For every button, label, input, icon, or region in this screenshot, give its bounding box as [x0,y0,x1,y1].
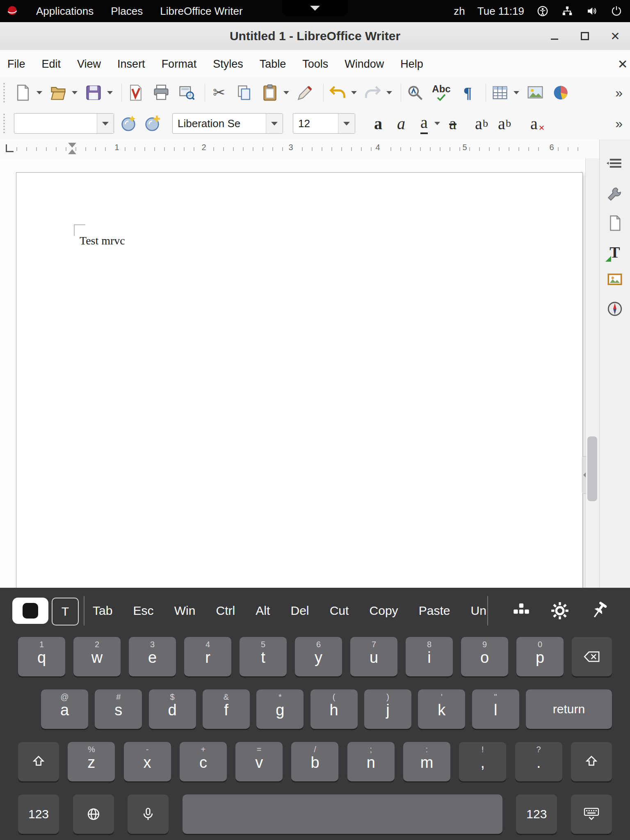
key-f[interactable]: &f [203,689,250,729]
new-document-button[interactable] [12,82,34,103]
toolbar-grip[interactable] [3,114,8,133]
clock[interactable]: Tue 11:19 [477,5,524,18]
top-center-drawer[interactable] [282,0,348,16]
menu-tools[interactable]: Tools [302,58,328,71]
font-name-value[interactable]: Liberation Se [173,114,266,133]
insert-image-button[interactable] [525,82,546,103]
document-page[interactable]: Test mrvc [16,172,583,588]
restore-button[interactable] [579,30,591,42]
italic-button[interactable]: a [390,112,413,135]
key-esc[interactable]: Esc [133,604,154,618]
volume-icon[interactable] [586,5,598,17]
menu-table[interactable]: Table [260,58,286,71]
key-x[interactable]: -x [124,742,171,781]
clone-formatting-button[interactable] [294,82,316,103]
key-k[interactable]: 'k [418,689,465,729]
space-key[interactable] [183,794,502,834]
key-l[interactable]: "l [472,689,519,729]
scrollbar-thumb[interactable] [587,436,597,501]
key-undo-truncated[interactable]: Un [471,604,486,618]
keyboard-pin-icon[interactable] [587,599,611,623]
open-dropdown[interactable] [71,82,79,103]
key-w[interactable]: 2w [73,637,121,676]
key-o[interactable]: 9o [461,637,508,676]
undo-dropdown[interactable] [350,82,358,103]
print-preview-button[interactable] [176,82,197,103]
export-pdf-button[interactable] [125,82,146,103]
document-close-button[interactable]: ✕ [614,50,630,78]
superscript-button[interactable]: ab [470,112,493,135]
toolbar-overflow-button[interactable]: » [612,78,626,107]
menu-help[interactable]: Help [400,58,423,71]
places-menu[interactable]: Places [111,5,143,18]
key-c[interactable]: +c [180,742,227,781]
menu-format[interactable]: Format [162,58,197,71]
left-shift-key[interactable] [18,742,59,781]
right-numbers-key[interactable]: 123 [516,794,557,834]
key-j[interactable]: )j [364,689,411,729]
navigator-deck-button[interactable] [605,299,625,319]
dismiss-keyboard-key[interactable] [571,794,612,834]
key-p[interactable]: 0p [516,637,564,676]
key-g[interactable]: *g [256,689,304,729]
key-a[interactable]: @a [41,689,88,729]
menu-window[interactable]: Window [345,58,384,71]
subscript-button[interactable]: ab [493,112,516,135]
right-shift-key[interactable] [571,742,612,781]
minimize-button[interactable] [549,30,560,42]
accessibility-icon[interactable] [536,5,549,17]
font-size-combobox[interactable]: 12 [293,113,355,134]
bold-button[interactable]: a [367,112,390,135]
redo-button[interactable] [362,82,383,103]
key-cut[interactable]: Cut [330,604,349,618]
font-name-combobox[interactable]: Liberation Se [172,113,283,134]
formatting-marks-button[interactable]: ¶ [457,82,478,103]
page-deck-button[interactable] [605,213,625,233]
key-paste[interactable]: Paste [419,604,450,618]
keyboard-toggle[interactable] [12,598,48,624]
key-m[interactable]: :m [403,742,450,781]
window-close-button[interactable]: ✕ [609,30,621,42]
key-alt[interactable]: Alt [256,604,270,618]
key-i[interactable]: 8i [406,637,453,676]
menu-insert[interactable]: Insert [117,58,145,71]
return-key[interactable]: return [526,689,612,729]
save-button[interactable] [83,82,104,103]
font-size-dropdown[interactable] [338,114,355,133]
redo-dropdown[interactable] [385,82,393,103]
cut-button[interactable]: ✂ [208,82,230,103]
input-method-indicator[interactable]: zh [454,5,465,18]
paragraph-style-combobox[interactable] [14,113,114,134]
document-text[interactable]: Test mrvc [80,234,125,247]
key-q[interactable]: 1q [18,637,65,676]
power-icon[interactable] [610,5,623,17]
save-dropdown[interactable] [106,82,114,103]
sidebar-settings-button[interactable] [605,153,625,173]
toolbar-overflow-button[interactable]: » [612,107,626,139]
key-win[interactable]: Win [174,604,196,618]
key-comma[interactable]: !, [459,742,506,781]
paste-button[interactable] [259,82,281,103]
insert-table-button[interactable] [489,82,511,103]
applications-menu[interactable]: Applications [36,5,94,18]
update-style-button[interactable] [119,114,138,133]
clear-formatting-button[interactable]: a× [523,112,546,135]
key-n[interactable]: ;n [347,742,395,781]
keyboard-layout-grid-icon[interactable] [509,599,533,623]
underline-button[interactable]: a [413,112,436,135]
key-d[interactable]: $d [149,689,196,729]
find-replace-button[interactable] [404,82,426,103]
menu-file[interactable]: File [7,58,25,71]
left-numbers-key[interactable]: 123 [18,794,59,834]
paste-dropdown[interactable] [282,82,290,103]
mic-key[interactable] [128,794,169,834]
key-r[interactable]: 4r [184,637,231,676]
key-del[interactable]: Del [291,604,309,618]
open-button[interactable] [48,82,69,103]
gallery-deck-button[interactable] [605,269,625,289]
strikethrough-button[interactable]: a [441,112,464,135]
new-document-dropdown[interactable] [35,82,43,103]
backspace-key[interactable] [572,637,612,676]
window-titlebar[interactable]: Untitled 1 - LibreOffice Writer ✕ [0,22,630,50]
undo-button[interactable] [327,82,348,103]
